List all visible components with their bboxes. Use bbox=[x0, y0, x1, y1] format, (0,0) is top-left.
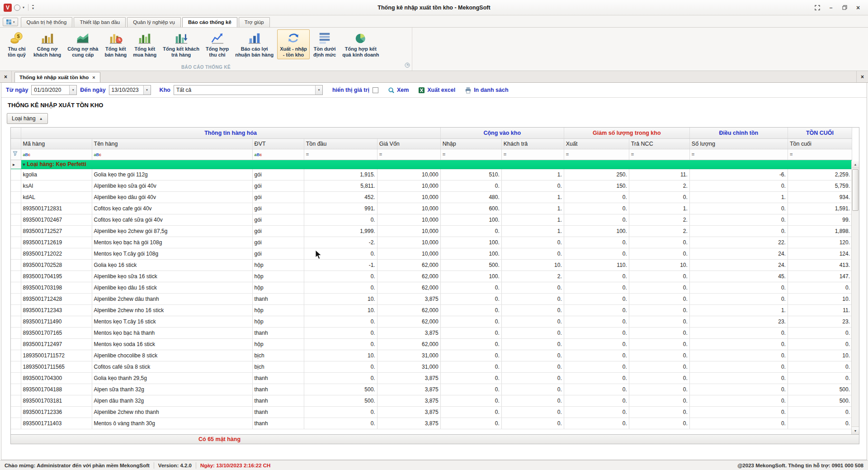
column-header[interactable]: Tên hàng bbox=[92, 138, 252, 149]
cell[interactable]: 0. bbox=[689, 372, 788, 384]
cell[interactable]: 413. bbox=[788, 259, 852, 271]
cell[interactable]: 0. bbox=[440, 304, 501, 316]
cell[interactable]: kdAL bbox=[21, 191, 92, 203]
band-header[interactable]: Giảm số lượng trong kho bbox=[564, 128, 689, 138]
cell[interactable]: 0. bbox=[629, 418, 689, 429]
cell[interactable]: 0. bbox=[440, 372, 501, 384]
cell[interactable]: 10,000 bbox=[377, 237, 440, 248]
cell[interactable]: 100. bbox=[440, 214, 501, 225]
cell[interactable]: 11. bbox=[629, 169, 689, 180]
cell[interactable]: 250. bbox=[564, 169, 629, 180]
cell[interactable]: kgolia bbox=[21, 169, 92, 180]
ribbon-button[interactable]: Tổng hợp kết quả kinh doanh bbox=[340, 29, 382, 59]
cell[interactable]: 0. bbox=[629, 350, 689, 361]
column-header[interactable]: Số lượng bbox=[689, 138, 788, 149]
cell[interactable]: 0. bbox=[304, 214, 377, 225]
cell[interactable]: 3,875 bbox=[377, 384, 440, 395]
cell[interactable]: 8935001702528 bbox=[21, 259, 92, 271]
ribbon-button[interactable]: Xuất - nhập - tồn kho bbox=[277, 29, 310, 59]
cell[interactable]: 3,875 bbox=[377, 293, 440, 304]
cell[interactable]: 0. bbox=[564, 203, 629, 214]
ribbon-button[interactable]: Công nợ khách hàng bbox=[31, 29, 64, 59]
cell[interactable]: Mentos ô vàng thanh 30g bbox=[92, 418, 252, 429]
cell[interactable]: 0. bbox=[689, 327, 788, 338]
filter-cell[interactable]: aBc bbox=[21, 149, 92, 160]
dropdown-arrow-icon[interactable]: ▾ bbox=[69, 85, 76, 95]
restore-button[interactable] bbox=[838, 3, 851, 12]
cell[interactable]: gói bbox=[252, 169, 304, 180]
cell[interactable]: 31,000 bbox=[377, 350, 440, 361]
from-date-input[interactable]: 01/10/2020 ▾ bbox=[31, 85, 77, 95]
cell[interactable]: 0. bbox=[501, 384, 564, 395]
fullscreen-button[interactable] bbox=[811, 3, 824, 12]
cell[interactable]: 0. bbox=[304, 372, 377, 384]
cell[interactable]: 0. bbox=[629, 282, 689, 293]
band-header[interactable]: Thông tin hàng hóa bbox=[21, 128, 440, 138]
cell[interactable]: 0. bbox=[564, 338, 629, 350]
cell[interactable]: 10. bbox=[629, 259, 689, 271]
cell[interactable]: hộp bbox=[252, 282, 304, 293]
filter-cell[interactable]: = bbox=[377, 149, 440, 160]
cell[interactable]: 0. bbox=[788, 372, 852, 384]
cell[interactable]: 62,000 bbox=[377, 304, 440, 316]
cell[interactable]: 8935001704195 bbox=[21, 271, 92, 282]
ribbon-button[interactable]: Công nợ nhà cung cấp bbox=[65, 29, 101, 59]
data-grid[interactable]: Thông tin hàng hóaCộng vào khoGiảm số lư… bbox=[10, 127, 859, 434]
cell[interactable]: 0. bbox=[564, 293, 629, 304]
cell[interactable]: 0. bbox=[629, 248, 689, 259]
cell[interactable]: 0. bbox=[689, 282, 788, 293]
cell[interactable]: 0. bbox=[440, 327, 501, 338]
cell[interactable]: 0. bbox=[440, 350, 501, 361]
cell[interactable]: Mentos kẹo bạc hà gói 108g bbox=[92, 237, 252, 248]
cell[interactable]: 62,000 bbox=[377, 259, 440, 271]
cell[interactable]: 1. bbox=[501, 214, 564, 225]
column-header[interactable]: Trả NCC bbox=[629, 138, 689, 149]
cell[interactable]: 0. bbox=[564, 350, 629, 361]
cell[interactable]: 0. bbox=[564, 237, 629, 248]
export-excel-button[interactable]: Xuất excel bbox=[418, 87, 455, 94]
cell[interactable]: hộp bbox=[252, 271, 304, 282]
cell[interactable]: 147. bbox=[788, 271, 852, 282]
cell[interactable]: 0. bbox=[788, 406, 852, 418]
cell[interactable]: 0. bbox=[440, 225, 501, 237]
cell[interactable]: 8935001704188 bbox=[21, 384, 92, 395]
cell[interactable]: 2,259. bbox=[788, 169, 852, 180]
cell[interactable]: 3,875 bbox=[377, 406, 440, 418]
cell[interactable]: 0. bbox=[564, 327, 629, 338]
cell[interactable]: thanh bbox=[252, 293, 304, 304]
cell[interactable]: Alpenlibe kẹo sữa gói 40v bbox=[92, 180, 252, 191]
cell[interactable]: gói bbox=[252, 180, 304, 191]
cell[interactable]: 1. bbox=[629, 203, 689, 214]
cell[interactable]: gói bbox=[252, 191, 304, 203]
cell[interactable]: 0. bbox=[501, 282, 564, 293]
menu-tab-5[interactable]: Trợ giúp bbox=[239, 17, 270, 27]
band-header[interactable]: Cộng vào kho bbox=[440, 128, 564, 138]
dropdown-arrow-icon[interactable]: ▾ bbox=[315, 85, 322, 95]
cell[interactable]: 24. bbox=[689, 259, 788, 271]
cell[interactable]: 1,999. bbox=[304, 225, 377, 237]
group-by-chip[interactable]: Loại hàng ▲ bbox=[7, 113, 48, 124]
cell[interactable]: 10,000 bbox=[377, 248, 440, 259]
cell[interactable]: 8935001707165 bbox=[21, 327, 92, 338]
cell[interactable]: 62,000 bbox=[377, 316, 440, 327]
cell[interactable]: 1. bbox=[689, 191, 788, 203]
menu-tab-3[interactable]: Quản lý nghiệp vụ bbox=[127, 17, 181, 27]
cell[interactable]: 99. bbox=[788, 214, 852, 225]
cell[interactable]: Golia kẹo the gói 112g bbox=[92, 169, 252, 180]
cell[interactable]: 1. bbox=[501, 169, 564, 180]
cell[interactable]: 1,898. bbox=[788, 225, 852, 237]
cell[interactable]: hộp bbox=[252, 304, 304, 316]
cell[interactable]: 18935001711565 bbox=[21, 361, 92, 372]
cell[interactable]: 0. bbox=[564, 384, 629, 395]
cell[interactable]: 0. bbox=[440, 293, 501, 304]
cell[interactable]: 22. bbox=[689, 237, 788, 248]
cell[interactable]: 100. bbox=[564, 225, 629, 237]
view-button[interactable]: Xem bbox=[388, 87, 409, 94]
filter-cell[interactable]: = bbox=[689, 149, 788, 160]
cell[interactable]: 0. bbox=[629, 406, 689, 418]
cell[interactable]: 10. bbox=[304, 350, 377, 361]
cell[interactable]: 8935001712022 bbox=[21, 248, 92, 259]
cell[interactable]: 1. bbox=[689, 304, 788, 316]
cell[interactable]: 0. bbox=[304, 248, 377, 259]
column-header[interactable]: Xuất bbox=[564, 138, 629, 149]
